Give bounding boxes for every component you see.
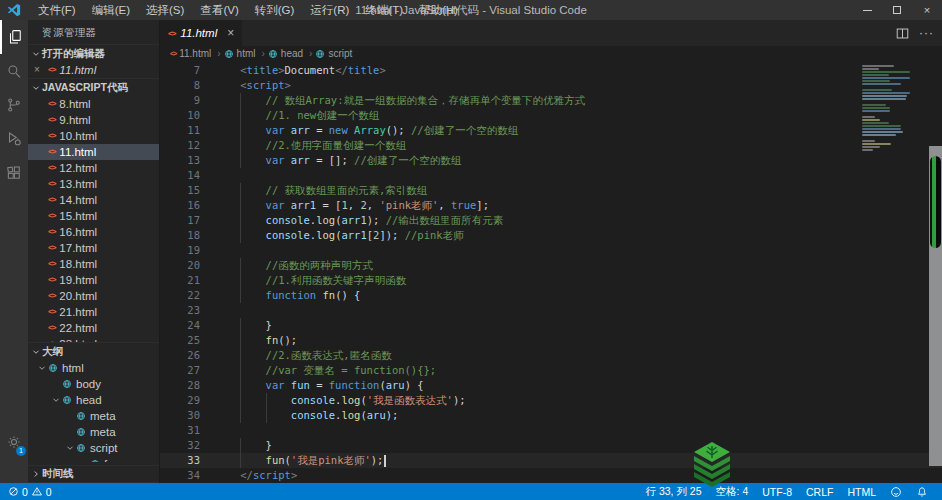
- close-button[interactable]: ×: [912, 0, 942, 20]
- open-editors-header[interactable]: 打开的编辑器: [28, 44, 159, 62]
- code-line[interactable]: 20//函数的两种声明方式: [160, 258, 942, 273]
- scrollbar[interactable]: [929, 146, 942, 466]
- folder-section-header[interactable]: JAVASCRIPT代码: [28, 78, 159, 96]
- source-control-icon[interactable]: [0, 88, 28, 122]
- code-line[interactable]: 7<title>Document</title>: [160, 63, 942, 78]
- tab-11html[interactable]: <> 11.html ×: [160, 20, 243, 46]
- code-line[interactable]: 15// 获取数组里面的元素,索引数组: [160, 183, 942, 198]
- menu-item[interactable]: 选择(S): [138, 0, 192, 20]
- line-number: 23: [160, 303, 200, 318]
- file-item[interactable]: <>8.html: [28, 96, 159, 112]
- code-line[interactable]: 16var arr1 = [1, 2, 'pink老师', true];: [160, 198, 942, 213]
- file-item[interactable]: <>19.html: [28, 272, 159, 288]
- file-item[interactable]: <>21.html: [28, 304, 159, 320]
- language-mode[interactable]: HTML: [847, 486, 876, 498]
- code-line[interactable]: 11var arr = new Array(); //创建了一个空的数组: [160, 123, 942, 138]
- outline-item-script[interactable]: script: [28, 440, 159, 456]
- code-line[interactable]: 14: [160, 168, 942, 183]
- code-area[interactable]: 7<title>Document</title>8<script>9// 数组A…: [160, 61, 942, 483]
- problems-indicator[interactable]: 0 0: [8, 486, 52, 498]
- code-line[interactable]: 33fun('我是pink老师');: [160, 453, 942, 468]
- close-icon[interactable]: ×: [34, 62, 46, 78]
- code-line[interactable]: 10//1. new创建一个数组: [160, 108, 942, 123]
- file-item[interactable]: <>15.html: [28, 208, 159, 224]
- html-file-icon: <>: [48, 192, 55, 208]
- code-line[interactable]: 27//var 变量名 = function(){};: [160, 363, 942, 378]
- encoding[interactable]: UTF-8: [762, 486, 792, 498]
- file-item[interactable]: <>22.html: [28, 320, 159, 336]
- menu-item[interactable]: 查看(V): [192, 0, 246, 20]
- code-line[interactable]: 24}: [160, 318, 942, 333]
- eol-sequence[interactable]: CRLF: [806, 486, 833, 498]
- gear-badge: 1: [16, 446, 26, 456]
- outline-header[interactable]: 大纲: [28, 342, 159, 360]
- code-line[interactable]: 28var fun = function(aru) {: [160, 378, 942, 393]
- minimize-button[interactable]: [852, 0, 882, 20]
- code-line[interactable]: 25fn();: [160, 333, 942, 348]
- file-item[interactable]: <>10.html: [28, 128, 159, 144]
- outline-item-fn[interactable]: fn: [28, 456, 159, 462]
- code-line[interactable]: 31: [160, 423, 942, 438]
- minimap-line: [862, 74, 889, 76]
- code-line[interactable]: 29console.log('我是函数表达式');: [160, 393, 942, 408]
- outline-item-head[interactable]: head: [28, 392, 159, 408]
- search-icon[interactable]: [0, 54, 28, 88]
- code-line[interactable]: 32}: [160, 438, 942, 453]
- extensions-icon[interactable]: [0, 156, 28, 190]
- code-line[interactable]: 9// 数组Array:就是一组数据的集合，存储再单个变量下的优雅方式: [160, 93, 942, 108]
- breadcrumb-item[interactable]: script: [315, 48, 352, 59]
- file-item[interactable]: <>11.html: [28, 144, 159, 160]
- file-item[interactable]: <>9.html: [28, 112, 159, 128]
- file-item[interactable]: <>14.html: [28, 192, 159, 208]
- open-editor-item[interactable]: × <> 11.html: [28, 62, 159, 78]
- menu-item[interactable]: 帮助(H): [411, 0, 466, 20]
- notifications-bell-icon[interactable]: [916, 486, 928, 498]
- timeline-header[interactable]: 时间线: [28, 465, 159, 483]
- menu-item[interactable]: 终端(T): [357, 0, 411, 20]
- code-line[interactable]: 13var arr = []; //创建了一个空的数组: [160, 153, 942, 168]
- file-item[interactable]: <>16.html: [28, 224, 159, 240]
- more-actions-icon[interactable]: ···: [919, 26, 934, 40]
- outline-item-meta[interactable]: meta: [28, 424, 159, 440]
- code-line[interactable]: 19: [160, 243, 942, 258]
- code-line[interactable]: 22function fn() {: [160, 288, 942, 303]
- outline-item-label: html: [62, 360, 84, 376]
- file-item[interactable]: <>18.html: [28, 256, 159, 272]
- code-line[interactable]: 8<script>: [160, 78, 942, 93]
- file-item[interactable]: <>12.html: [28, 160, 159, 176]
- file-name: 22.html: [59, 320, 97, 336]
- outline-item-body[interactable]: body: [28, 376, 159, 392]
- file-item[interactable]: <>13.html: [28, 176, 159, 192]
- code-line[interactable]: 18console.log(arr1[2]); //pink老师: [160, 228, 942, 243]
- breadcrumb-item[interactable]: <>11.html: [170, 48, 211, 59]
- indent-guide: [240, 393, 265, 408]
- code-line[interactable]: 26//2.函数表达式,匿名函数: [160, 348, 942, 363]
- line-number: 34: [160, 468, 200, 483]
- explorer-icon[interactable]: [0, 20, 28, 54]
- code-line[interactable]: 17console.log(arr1); //输出数组里面所有元素: [160, 213, 942, 228]
- feedback-smiley-icon[interactable]: [890, 486, 902, 498]
- menu-item[interactable]: 文件(F): [30, 0, 84, 20]
- code-line[interactable]: 30console.log(aru);: [160, 408, 942, 423]
- minimap[interactable]: [862, 65, 920, 152]
- run-debug-icon[interactable]: [0, 122, 28, 156]
- file-item[interactable]: <>17.html: [28, 240, 159, 256]
- code-line[interactable]: 12//2.使用字面量创建一个数组: [160, 138, 942, 153]
- split-editor-icon[interactable]: [896, 27, 909, 40]
- breadcrumb-item[interactable]: html: [224, 48, 256, 59]
- menu-item[interactable]: 编辑(E): [84, 0, 138, 20]
- tab-close-icon[interactable]: ×: [227, 26, 234, 40]
- code-line[interactable]: 23: [160, 303, 942, 318]
- line-number: 21: [160, 273, 200, 288]
- code-line[interactable]: 21//1.利用函数关键字声明函数: [160, 273, 942, 288]
- outline-item-meta[interactable]: meta: [28, 408, 159, 424]
- settings-gear-icon[interactable]: 1: [0, 425, 28, 459]
- menu-item[interactable]: 运行(R): [302, 0, 357, 20]
- menu-item[interactable]: 转到(G): [247, 0, 303, 20]
- scrollbar-thumb[interactable]: [930, 156, 941, 248]
- maximize-button[interactable]: [882, 0, 912, 20]
- file-item[interactable]: <>20.html: [28, 288, 159, 304]
- code-line[interactable]: 34</script>: [160, 468, 942, 483]
- breadcrumb-item[interactable]: head: [268, 48, 303, 59]
- outline-item-html[interactable]: html: [28, 360, 159, 376]
